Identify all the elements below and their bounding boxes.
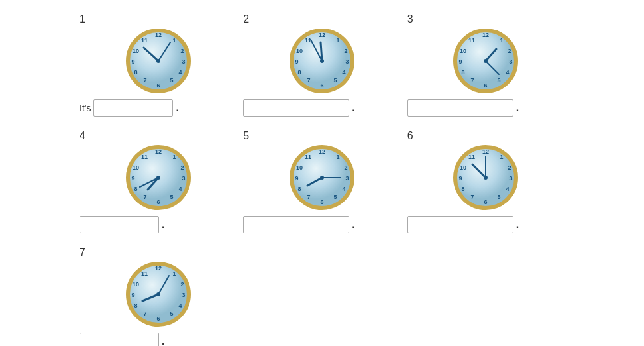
svg-text:1: 1 (172, 37, 176, 44)
svg-text:11: 11 (141, 37, 148, 44)
svg-text:10: 10 (460, 48, 466, 54)
svg-text:3: 3 (182, 292, 185, 298)
svg-text:4: 4 (178, 69, 182, 76)
svg-text:11: 11 (468, 37, 475, 44)
answer-row-4: . (80, 216, 237, 233)
answer-input-5a[interactable] (243, 216, 349, 233)
clock-item-6: 6 12 1 2 3 4 5 (407, 130, 564, 233)
svg-text:6: 6 (320, 82, 323, 89)
clock-wrapper-5: 12 1 2 3 4 5 6 7 8 9 10 11 (243, 144, 400, 211)
svg-text:9: 9 (131, 58, 134, 65)
clock-number-1: 1 (80, 13, 85, 25)
svg-text:1: 1 (500, 37, 504, 44)
svg-text:10: 10 (296, 48, 303, 54)
svg-text:3: 3 (345, 58, 349, 65)
svg-point-63 (156, 176, 160, 180)
answer-input-3a[interactable] (407, 99, 513, 117)
clock-number-5: 5 (243, 130, 249, 142)
clock-item-2: 2 12 1 2 3 4 5 (243, 13, 400, 117)
svg-text:10: 10 (133, 164, 139, 171)
clock-svg-7: 12 1 2 3 4 5 6 7 8 9 10 11 (125, 261, 191, 327)
clock-item-5: 5 12 1 2 3 4 5 (243, 130, 400, 233)
svg-text:2: 2 (344, 48, 347, 54)
svg-text:8: 8 (134, 69, 137, 76)
clock-svg-6: 12 1 2 3 4 5 6 7 8 9 10 11 (453, 144, 519, 211)
clock-number-7: 7 (80, 247, 85, 259)
svg-text:11: 11 (141, 270, 148, 277)
svg-text:3: 3 (510, 175, 513, 182)
svg-point-15 (156, 59, 160, 63)
empty-cell-8 (243, 247, 400, 346)
svg-text:8: 8 (134, 186, 137, 192)
clock-number-4: 4 (80, 130, 85, 142)
clock-grid: 1 12 1 2 3 4 (0, 7, 644, 346)
svg-text:9: 9 (131, 292, 134, 298)
svg-text:10: 10 (460, 164, 466, 171)
dot-3: . (516, 102, 519, 114)
clock-svg-5: 12 1 2 3 4 5 6 7 8 9 10 11 (289, 144, 355, 211)
clock-wrapper-6: 12 1 2 3 4 5 6 7 8 9 10 11 (407, 144, 564, 211)
svg-text:9: 9 (131, 175, 134, 182)
svg-text:2: 2 (180, 164, 184, 171)
svg-text:6: 6 (156, 316, 160, 322)
clock-svg-3: 12 1 2 3 4 5 6 7 8 9 10 11 (453, 28, 519, 94)
svg-text:4: 4 (506, 69, 510, 76)
answer-row-1: It's . (80, 99, 237, 117)
svg-text:8: 8 (297, 186, 301, 192)
svg-text:6: 6 (484, 82, 488, 89)
clock-wrapper-2: 12 1 2 3 4 5 6 7 8 9 10 11 (243, 28, 400, 94)
svg-text:7: 7 (307, 77, 310, 84)
svg-text:1: 1 (336, 37, 339, 44)
answer-row-6: . (407, 216, 564, 233)
clock-item-4: 4 12 1 2 3 4 5 (80, 130, 237, 233)
svg-point-79 (320, 176, 324, 180)
svg-text:9: 9 (459, 175, 462, 182)
svg-text:5: 5 (498, 77, 501, 84)
svg-text:9: 9 (459, 58, 462, 65)
clock-wrapper-4: 12 1 2 3 4 5 6 7 8 9 10 11 (80, 144, 237, 211)
prefix-label-1: It's (80, 103, 91, 113)
svg-text:2: 2 (180, 48, 184, 54)
svg-text:6: 6 (156, 199, 160, 205)
svg-text:12: 12 (319, 148, 325, 155)
svg-text:9: 9 (295, 58, 298, 65)
svg-text:4: 4 (342, 186, 345, 192)
svg-text:11: 11 (305, 154, 311, 160)
svg-text:8: 8 (134, 302, 137, 309)
svg-text:7: 7 (143, 194, 146, 200)
svg-text:5: 5 (333, 194, 337, 200)
answer-input-2a[interactable] (243, 99, 349, 117)
svg-point-95 (484, 176, 488, 180)
svg-text:4: 4 (178, 186, 182, 192)
clock-item-3: 3 12 1 2 3 4 5 (407, 13, 564, 117)
svg-point-111 (156, 292, 160, 296)
dot-5: . (352, 219, 354, 231)
svg-text:3: 3 (182, 175, 185, 182)
svg-text:12: 12 (482, 32, 489, 38)
svg-text:2: 2 (180, 281, 184, 288)
answer-input-4a[interactable] (80, 216, 159, 233)
clock-number-6: 6 (407, 130, 413, 142)
svg-text:5: 5 (170, 77, 173, 84)
answer-input-1a[interactable] (93, 99, 173, 117)
svg-text:1: 1 (172, 270, 176, 277)
svg-text:7: 7 (307, 194, 310, 200)
svg-text:7: 7 (143, 77, 146, 84)
main-container: 1 12 1 2 3 4 (0, 0, 644, 346)
svg-text:8: 8 (297, 69, 301, 76)
answer-input-6a[interactable] (407, 216, 513, 233)
svg-text:10: 10 (133, 281, 139, 288)
svg-text:9: 9 (295, 175, 298, 182)
svg-text:12: 12 (155, 265, 162, 272)
clock-item-7: 7 12 1 2 3 4 5 (80, 247, 237, 346)
svg-text:10: 10 (296, 164, 303, 171)
svg-text:3: 3 (182, 58, 185, 65)
clock-number-2: 2 (243, 13, 249, 25)
svg-text:12: 12 (482, 148, 489, 155)
clock-svg-1: 12 1 2 3 4 5 6 7 8 9 10 11 (125, 28, 191, 94)
answer-input-7a[interactable] (80, 333, 159, 346)
svg-text:6: 6 (484, 199, 488, 205)
svg-text:7: 7 (471, 77, 474, 84)
svg-text:8: 8 (462, 186, 465, 192)
svg-text:4: 4 (178, 302, 182, 309)
